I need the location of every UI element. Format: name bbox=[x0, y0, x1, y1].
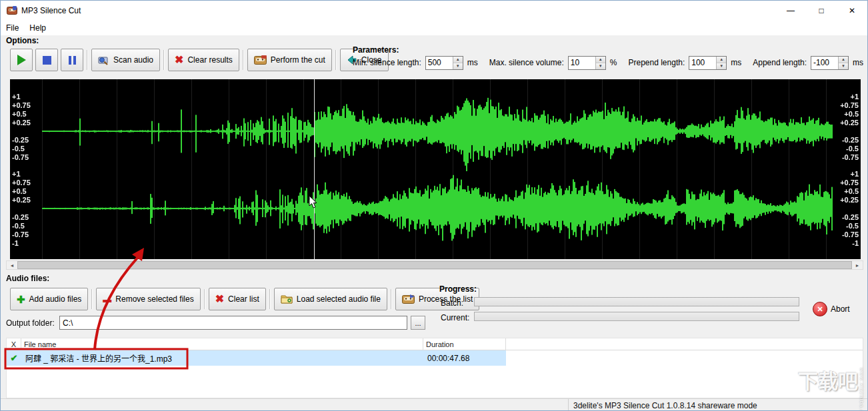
pause-button[interactable] bbox=[61, 49, 83, 71]
window-title: MP3 Silence Cut bbox=[21, 6, 81, 15]
min-silence-spinner[interactable]: ▲▼ bbox=[453, 57, 463, 69]
audio-files-label: Audio files: bbox=[6, 274, 49, 283]
axis-label: +0.25 bbox=[840, 196, 859, 204]
axis-label: -0.75 bbox=[12, 153, 29, 161]
append-field: Append length: ▲▼ ms bbox=[753, 56, 863, 70]
max-volume-unit: % bbox=[610, 58, 617, 67]
menu-help[interactable]: Help bbox=[24, 21, 51, 35]
abort-icon: ✕ bbox=[813, 302, 827, 316]
file-name: 阿肆 _ 郭采洁 - 世界上的另一个我_1.mp3 bbox=[21, 350, 423, 366]
progress-label: Progress: bbox=[439, 284, 477, 294]
output-folder-input[interactable] bbox=[59, 316, 407, 330]
waveform-axis-left: +1+0.75+0.5+0.25-0.25-0.5-0.75+1+0.75+0.… bbox=[12, 79, 43, 259]
file-duration: 00:00:47.68 bbox=[423, 350, 506, 366]
check-icon: ✔ bbox=[11, 353, 18, 363]
axis-label: -0.5 bbox=[12, 222, 25, 230]
add-audio-files-button[interactable]: ✚ Add audio files bbox=[10, 288, 88, 310]
clear-results-label: Clear results bbox=[187, 55, 232, 65]
file-list-header: X File name Duration bbox=[7, 338, 863, 350]
prepend-input[interactable] bbox=[689, 57, 716, 69]
toolbar-separator bbox=[87, 50, 88, 70]
toolbar-separator bbox=[335, 50, 337, 70]
status-bar: 3delite's MP3 Silence Cut 1.0.8.14 share… bbox=[1, 398, 867, 411]
perform-cut-button[interactable]: Perform the cut bbox=[247, 49, 332, 71]
play-button[interactable] bbox=[10, 49, 33, 71]
abort-label: Abort bbox=[831, 304, 850, 314]
axis-label: +0.75 bbox=[12, 179, 31, 187]
scrollbar-thumb[interactable] bbox=[17, 261, 852, 269]
waveform-axis-right: +1+0.75+0.5+0.25-0.25-0.5-0.75+1+0.75+0.… bbox=[828, 79, 859, 259]
waveform-display[interactable]: +1+0.75+0.5+0.25-0.25-0.5-0.75+1+0.75+0.… bbox=[10, 79, 861, 259]
perform-cut-label: Perform the cut bbox=[271, 55, 325, 65]
mp3-icon bbox=[402, 294, 415, 304]
clear-results-icon: ✖ bbox=[175, 55, 183, 65]
axis-label: -0.75 bbox=[12, 230, 29, 238]
table-row[interactable]: ✔ 阿肆 _ 郭采洁 - 世界上的另一个我_1.mp3 00:00:47.68 bbox=[7, 350, 506, 366]
file-list: X File name Duration ✔ 阿肆 _ 郭采洁 - 世界上的另一… bbox=[6, 338, 863, 398]
toolbar-separator bbox=[391, 289, 392, 309]
menu-bar: File Help bbox=[1, 21, 867, 35]
load-selected-audio-button[interactable]: Load selected audio file bbox=[274, 288, 387, 310]
axis-label: +1 bbox=[12, 170, 21, 178]
column-header-x[interactable]: X bbox=[7, 338, 21, 350]
axis-label: -1 bbox=[852, 239, 859, 247]
abort-button[interactable]: ✕ Abort bbox=[809, 299, 854, 319]
min-silence-field: Min. silence length: ▲▼ ms bbox=[353, 56, 478, 70]
batch-label: Batch: bbox=[441, 298, 463, 308]
toolbar-separator bbox=[91, 289, 93, 309]
waveform-scrollbar[interactable]: ◄ ► bbox=[6, 260, 863, 270]
window-controls: — □ ✕ bbox=[775, 1, 867, 21]
prepend-spinner[interactable]: ▲▼ bbox=[716, 57, 726, 69]
close-icon[interactable]: ✕ bbox=[837, 1, 867, 21]
remove-selected-files-label: Remove selected files bbox=[115, 294, 193, 304]
axis-label: +0.5 bbox=[844, 187, 859, 195]
append-spinner[interactable]: ▲▼ bbox=[838, 57, 848, 69]
axis-label: -0.5 bbox=[12, 145, 25, 153]
axis-label: -0.25 bbox=[842, 213, 859, 221]
axis-label: -0.5 bbox=[846, 145, 859, 153]
browse-button[interactable]: ... bbox=[411, 316, 425, 330]
add-audio-files-label: Add audio files bbox=[29, 294, 82, 304]
axis-label: +0.75 bbox=[840, 179, 859, 187]
output-folder-label: Output folder: bbox=[6, 318, 55, 328]
axis-label: +0.5 bbox=[12, 110, 27, 118]
min-silence-unit: ms bbox=[467, 58, 478, 67]
clear-list-label: Clear list bbox=[228, 294, 259, 304]
max-volume-spinner[interactable]: ▲▼ bbox=[595, 57, 605, 69]
menu-file[interactable]: File bbox=[1, 21, 24, 35]
maximize-icon[interactable]: □ bbox=[806, 1, 837, 21]
minimize-icon[interactable]: — bbox=[775, 1, 806, 21]
axis-label: -0.25 bbox=[12, 213, 29, 221]
clear-results-button[interactable]: ✖ Clear results bbox=[168, 49, 239, 71]
axis-label: -0.5 bbox=[846, 222, 859, 230]
column-header-duration[interactable]: Duration bbox=[423, 338, 506, 350]
min-silence-input[interactable] bbox=[426, 57, 453, 69]
clear-list-button[interactable]: ✖ Clear list bbox=[209, 288, 266, 310]
axis-label: +1 bbox=[850, 93, 859, 101]
remove-icon: ▬ bbox=[103, 295, 111, 304]
app-icon bbox=[7, 5, 17, 16]
remove-selected-files-button[interactable]: ▬ Remove selected files bbox=[96, 288, 200, 310]
folder-icon bbox=[281, 294, 293, 304]
stop-button[interactable] bbox=[35, 49, 58, 71]
toolbar-separator bbox=[163, 50, 165, 70]
options-label: Options: bbox=[6, 36, 39, 45]
append-unit: ms bbox=[853, 58, 863, 67]
column-header-filename[interactable]: File name bbox=[21, 338, 423, 350]
playback-cursor bbox=[314, 79, 315, 259]
axis-label: +0.25 bbox=[12, 196, 31, 204]
axis-label: -0.25 bbox=[12, 136, 29, 144]
mp3-icon bbox=[254, 55, 267, 65]
toolbar-separator bbox=[269, 289, 271, 309]
axis-label: +0.5 bbox=[844, 110, 859, 118]
scan-audio-icon bbox=[98, 55, 109, 65]
scroll-right-icon[interactable]: ► bbox=[852, 261, 863, 269]
axis-label: +1 bbox=[12, 93, 21, 101]
scroll-left-icon[interactable]: ◄ bbox=[7, 261, 17, 269]
max-volume-input[interactable] bbox=[569, 57, 595, 69]
append-input[interactable] bbox=[811, 57, 838, 69]
max-volume-label: Max. silence volume: bbox=[489, 58, 564, 67]
max-volume-field: Max. silence volume: ▲▼ % bbox=[489, 56, 617, 70]
scan-audio-button[interactable]: Scan audio bbox=[91, 49, 160, 71]
pause-icon bbox=[69, 56, 76, 65]
